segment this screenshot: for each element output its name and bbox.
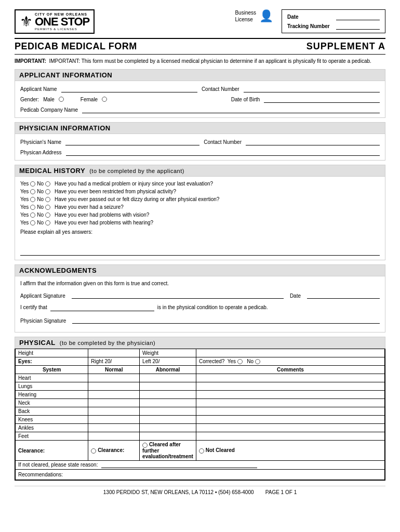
physical-table: Height Weight Eyes: Right 20/ (15, 349, 385, 480)
physician-address-field[interactable] (66, 149, 380, 156)
no-radio-2[interactable] (45, 189, 50, 194)
no-radio-1[interactable] (45, 181, 50, 187)
applicant-section: Applicant Name Contact Number Gender: Ma… (15, 81, 385, 118)
date-line[interactable] (336, 13, 380, 20)
neck-normal[interactable] (88, 399, 140, 407)
no-radio-3[interactable] (45, 197, 50, 202)
clearance-radio-3[interactable] (199, 448, 204, 454)
clearance-option2-cell: Cleared after further evaluation/treatme… (140, 441, 196, 460)
feet-comments[interactable] (196, 432, 384, 441)
female-radio[interactable] (102, 97, 107, 102)
back-cell: Back (16, 407, 88, 416)
yes-radio-6[interactable] (30, 220, 35, 225)
clearance-radio-2[interactable] (142, 443, 148, 448)
corrected-no-radio[interactable] (255, 359, 260, 364)
company-field[interactable] (82, 106, 380, 113)
supplement-label: SUPPLEMENT A (306, 41, 385, 52)
ack-section: I affirm that the information given on t… (15, 276, 385, 332)
male-radio[interactable] (59, 97, 64, 102)
clearance-radio-1[interactable] (91, 448, 96, 454)
hearing-cell: Hearing (16, 391, 88, 399)
recommendations-label: Recommendations: (18, 472, 63, 477)
yes-radio-2[interactable] (30, 189, 35, 194)
med-q4: Yes No Have you ever had a seizure? (20, 204, 380, 210)
header: ⚜ CITY OF NEW ORLEANS ONE STOP PERMITS &… (15, 9, 385, 34)
knees-cell: Knees (16, 416, 88, 424)
logo-box: ⚜ CITY OF NEW ORLEANS ONE STOP PERMITS &… (15, 9, 95, 34)
lungs-abnormal[interactable] (140, 382, 196, 391)
corrected-cell: Corrected? Yes No (196, 357, 384, 366)
tracking-line[interactable] (336, 22, 380, 30)
neck-abnormal[interactable] (140, 399, 196, 407)
neck-comments[interactable] (196, 399, 384, 407)
ankles-row: Ankles (16, 424, 385, 432)
dob-field[interactable] (264, 96, 380, 103)
business-license-label: BusinessLicense (235, 9, 256, 23)
table-header-row: System Normal Abnormal Comments (16, 366, 385, 374)
feet-abnormal[interactable] (140, 432, 196, 441)
knees-comments[interactable] (196, 416, 384, 424)
clearance-option1-cell: Clearance: (88, 441, 140, 460)
ankles-abnormal[interactable] (140, 424, 196, 432)
physician-sig-field[interactable] (72, 315, 380, 324)
height-weight-row: Height Weight (16, 349, 385, 357)
height-value-cell[interactable] (88, 349, 140, 357)
explain-area[interactable] (20, 237, 380, 256)
heart-comments[interactable] (196, 374, 384, 382)
clearance-option3: Not Cleared (206, 447, 235, 453)
heart-abnormal[interactable] (140, 374, 196, 382)
lungs-comments[interactable] (196, 382, 384, 391)
no-radio-6[interactable] (45, 220, 50, 225)
weight-value-cell[interactable] (196, 349, 384, 357)
yes-radio-3[interactable] (30, 197, 35, 202)
gender-row: Gender: Male Female Date of Birth (20, 96, 380, 103)
ack-header: ACKNOWLEDGMENTS (15, 264, 385, 276)
ankles-comments[interactable] (196, 424, 384, 432)
neck-cell: Neck (16, 399, 88, 407)
corrected-yes-radio[interactable] (237, 359, 243, 364)
yes-label-1: Yes (20, 181, 29, 187)
ankles-cell: Ankles (16, 424, 88, 432)
height-label: Height (18, 350, 33, 356)
hearing-normal[interactable] (88, 391, 140, 399)
applicant-sig-field[interactable] (72, 290, 284, 299)
feet-normal[interactable] (88, 432, 140, 441)
yes-radio-4[interactable] (30, 205, 35, 210)
knees-abnormal[interactable] (140, 416, 196, 424)
eyes-label-cell: Eyes: (16, 357, 88, 366)
no-radio-4[interactable] (45, 205, 50, 210)
yes-radio-1[interactable] (30, 181, 35, 187)
company-row: Pedicab Company Name (20, 106, 380, 113)
recommendations-cell[interactable]: Recommendations: (16, 469, 385, 480)
date-row: Date (287, 13, 380, 20)
no-radio-5[interactable] (45, 212, 50, 218)
med-q5: Yes No Have you ever had problems with v… (20, 212, 380, 218)
applicant-name-field[interactable] (61, 85, 197, 92)
gender-label: Gender: (20, 97, 39, 102)
ack-date-field[interactable] (307, 290, 380, 299)
physician-name-label: Physician's Name (20, 139, 61, 145)
physician-name-field[interactable] (65, 138, 199, 145)
question-2: Have you ever been restricted from physi… (55, 189, 176, 194)
physician-contact-label: Contact Number (204, 139, 242, 145)
applicant-name-row: Applicant Name Contact Number (20, 85, 380, 92)
yes-radio-5[interactable] (30, 212, 35, 218)
certify-name-field[interactable] (50, 303, 154, 311)
lungs-normal[interactable] (88, 382, 140, 391)
back-comments[interactable] (196, 407, 384, 416)
physician-contact-field[interactable] (246, 138, 380, 145)
hearing-abnormal[interactable] (140, 391, 196, 399)
heart-normal[interactable] (88, 374, 140, 382)
back-abnormal[interactable] (140, 407, 196, 416)
knees-normal[interactable] (88, 416, 140, 424)
eyes-row: Eyes: Right 20/ Left 20/ Corrected? Yes … (16, 357, 385, 366)
clearance-label-cell: Clearance: (16, 441, 88, 460)
back-normal[interactable] (88, 407, 140, 416)
hearing-comments[interactable] (196, 391, 384, 399)
physician-address-row: Physican Address (20, 149, 380, 156)
contact-number-label: Contact Number (202, 86, 239, 92)
ankles-normal[interactable] (88, 424, 140, 432)
contact-number-field[interactable] (244, 85, 380, 92)
page-footer: 1300 PERDIDO ST, NEW ORLEANS, LA 70112 •… (15, 486, 385, 495)
affirm-text: I affirm that the information given on t… (20, 281, 380, 286)
